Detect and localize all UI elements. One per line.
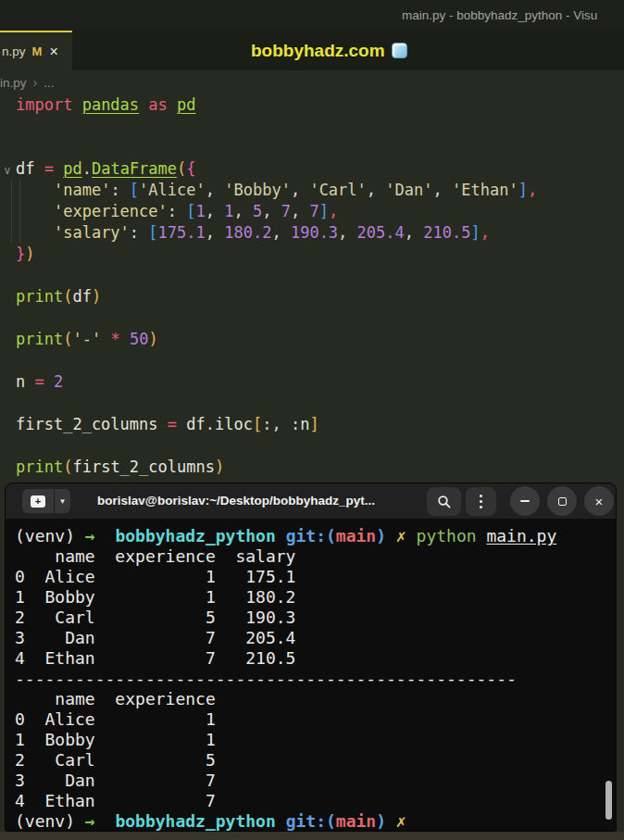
code-line[interactable]: 'salary': [175.1, 180.2, 190.3, 205.4, 2… (16, 222, 624, 244)
modified-badge: M (32, 44, 43, 58)
plus-icon: + (35, 496, 41, 507)
code-line[interactable] (16, 307, 624, 329)
code-line-token: n (16, 372, 34, 391)
code-line-token: , (206, 181, 224, 199)
code-line-token: : (110, 181, 129, 199)
terminal-line-token: → (85, 526, 95, 545)
code-line[interactable]: 'experience': [1, 1, 5, 7, 7], (16, 201, 624, 222)
code-line-token: 180.2 (224, 223, 271, 242)
fold-chevron-icon[interactable]: ∨ (1, 160, 14, 182)
code-line[interactable]: import pandas as pd (16, 94, 624, 116)
code-line-token: 1 (224, 202, 233, 220)
code-line-token (16, 202, 54, 220)
code-line-token: pandas (82, 95, 139, 114)
terminal-line: 1 Bobby 1 (15, 730, 616, 750)
minimize-button[interactable] (510, 486, 540, 516)
code-line[interactable] (16, 137, 624, 158)
code-line[interactable] (16, 393, 624, 414)
code-line-token: * (110, 330, 119, 348)
code-line[interactable] (16, 265, 624, 286)
code-line[interactable]: n = 2 (16, 371, 624, 393)
code-line[interactable] (16, 116, 624, 137)
code-line[interactable]: }) (16, 244, 624, 265)
terminal-line: 2 Carl 5 190.3 (15, 608, 616, 628)
code-line-token: ] (470, 223, 480, 242)
code-line[interactable] (16, 435, 624, 457)
code-line-token: as (148, 95, 167, 114)
code-line-token: ( (63, 330, 72, 348)
close-icon: × (595, 495, 604, 508)
code-line-token: 'Bobby' (224, 181, 291, 199)
code-line[interactable]: 'name': ['Alice', 'Bobby', 'Carl', 'Dan'… (16, 180, 624, 201)
editor-tab-bar: n.py M × bobbyhadz.com (0, 31, 624, 70)
code-line[interactable]: df = pd.DataFrame({ (16, 158, 624, 180)
code-line-token: 'Carl' (309, 181, 366, 199)
terminal-line-token: 3 Dan 7 (15, 771, 216, 790)
terminal-title: borislav@borislav:~/Desktop/bobbyhadz_py… (97, 483, 375, 519)
new-tab-icon: + (31, 495, 45, 508)
terminal-line-token (406, 526, 417, 545)
code-line-token: 'Ethan' (452, 181, 518, 199)
breadcrumb-symbols[interactable]: ... (44, 76, 54, 90)
terminal-dropdown-button[interactable]: ▾ (55, 489, 70, 513)
code-line-token: , (262, 202, 281, 220)
terminal-line-token: 3 Dan 7 205.4 (15, 628, 295, 647)
code-line-token: } (16, 244, 25, 263)
breadcrumb-file[interactable]: in.py (0, 76, 27, 90)
terminal-line: 1 Bobby 1 180.2 (15, 587, 616, 608)
window-title: main.py - bobbyhadz_python - Visu (402, 0, 597, 31)
code-line-token: df (16, 159, 44, 178)
code-line-token (120, 330, 130, 348)
code-line-token: ( (177, 159, 186, 178)
code-line-token: ) (25, 244, 34, 263)
terminal-line-token: (venv) (15, 811, 85, 831)
code-line-token: n (300, 415, 309, 433)
code-line-token: 210.5 (423, 223, 470, 242)
code-line-token: : (168, 202, 186, 220)
code-line[interactable]: print('-' * 50) (16, 329, 624, 350)
code-line-token (101, 330, 110, 348)
code-line-token: 'Alice' (139, 181, 206, 199)
terminal-output[interactable]: (venv) → bobbyhadz_python git:(main) ✗ p… (6, 519, 616, 832)
terminal-line-token: ) (376, 526, 386, 545)
code-line-token: , (338, 223, 356, 242)
code-line-token: , (367, 181, 385, 199)
breadcrumb[interactable]: in.py › ... (0, 70, 624, 94)
code-line-token: ) (215, 458, 224, 476)
terminal-line-token (386, 526, 396, 545)
code-line[interactable]: print(df) (16, 286, 624, 307)
indent-guide (19, 180, 20, 244)
terminal-line-token (276, 526, 286, 545)
terminal-line-token (276, 811, 286, 831)
tab-main-py[interactable]: n.py M × (0, 31, 72, 70)
tab-label: n.py (2, 44, 26, 58)
code-line-token: ( (63, 287, 72, 306)
kebab-icon (480, 495, 482, 497)
code-line-token: :, : (262, 415, 300, 433)
search-icon (437, 495, 452, 509)
code-line-token: df (72, 287, 91, 306)
close-window-button[interactable]: × (584, 486, 614, 516)
terminal-line-token: name experience salary (15, 546, 295, 566)
code-line-token: DataFrame (92, 159, 177, 178)
terminal-line: 2 Carl 5 (15, 750, 616, 771)
terminal-line-token (95, 526, 116, 545)
code-line-token: pd (63, 159, 81, 178)
search-button[interactable] (427, 487, 461, 516)
maximize-button[interactable] (547, 486, 577, 516)
code-line-token: ( (63, 458, 72, 476)
code-line-token: 1 (196, 202, 206, 220)
terminal-line-token: ✗ (396, 526, 406, 545)
code-line-token: first_2_columns (16, 415, 168, 433)
new-terminal-tab-button[interactable]: + (22, 489, 54, 513)
code-line-token: , (234, 202, 253, 220)
code-line[interactable] (16, 350, 624, 371)
code-line[interactable]: print(first_2_columns) (16, 457, 624, 478)
code-line-token: print (16, 330, 63, 348)
code-editor[interactable]: import pandas as pddf = pd.DataFrame({ '… (0, 94, 624, 478)
terminal-line-token: 4 Ethan 7 (15, 791, 216, 810)
terminal-scrollbar[interactable] (605, 781, 612, 820)
menu-kebab-button[interactable] (466, 487, 496, 516)
code-line[interactable]: first_2_columns = df.iloc[:, :n] (16, 414, 624, 435)
close-tab-icon[interactable]: × (49, 44, 57, 59)
